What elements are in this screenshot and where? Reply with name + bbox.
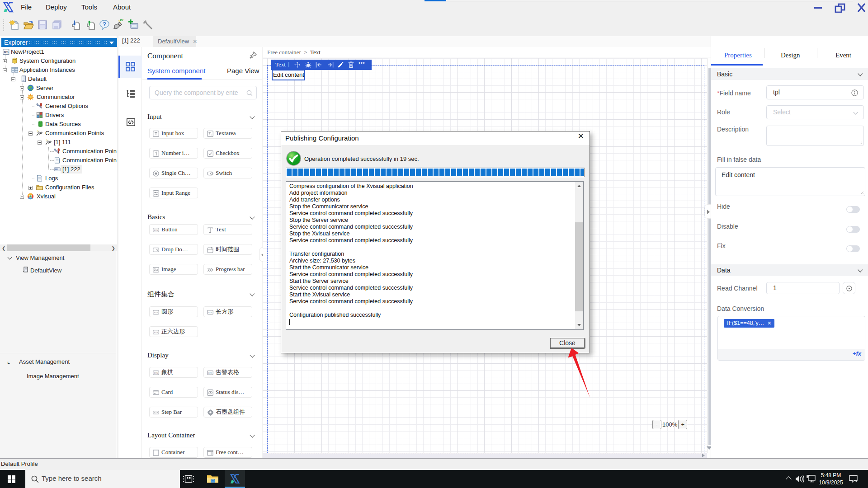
svg-text:RS: RS xyxy=(4,50,8,54)
svg-text:BTN: BTN xyxy=(154,229,158,231)
svg-text:?: ? xyxy=(103,21,106,28)
svg-text:BTN: BTN xyxy=(154,372,158,374)
svg-text:BTN: BTN xyxy=(154,331,158,333)
svg-text:BTN: BTN xyxy=(208,311,212,314)
svg-text:BTN: BTN xyxy=(154,311,158,314)
svg-text:BTN: BTN xyxy=(208,372,212,374)
